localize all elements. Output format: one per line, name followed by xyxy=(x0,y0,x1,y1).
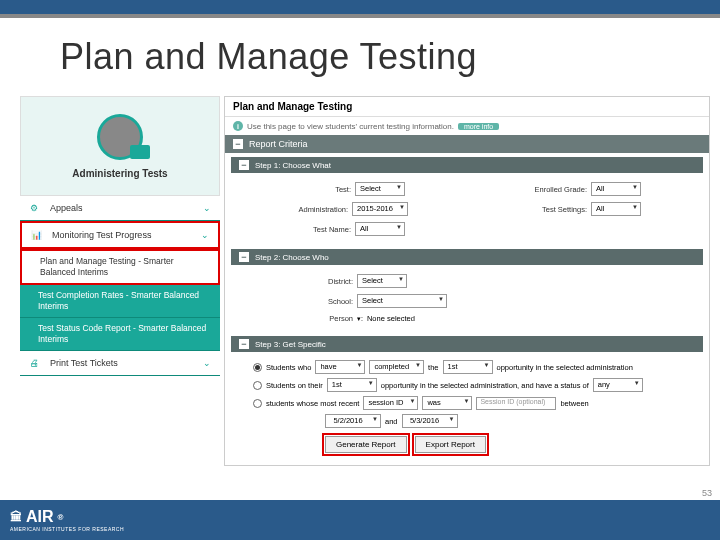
nav-label: Appeals xyxy=(50,203,83,213)
chevron-down-icon: ⌄ xyxy=(200,201,214,215)
collapse-icon: − xyxy=(239,160,249,170)
avatar-label: Administering Tests xyxy=(72,168,167,179)
step1-header[interactable]: − Step 1: Choose What xyxy=(231,157,703,173)
test-label: Test: xyxy=(293,185,351,194)
panel-title: Plan and Manage Testing xyxy=(225,97,709,117)
testname-label: Test Name: xyxy=(293,225,351,234)
radio-icon[interactable] xyxy=(253,399,262,408)
admin-select[interactable]: 2015-2016 xyxy=(352,202,408,216)
date-from-input[interactable]: 5/2/2016 xyxy=(325,414,381,428)
nav-monitoring[interactable]: 📊Monitoring Test Progress ⌄ xyxy=(20,221,220,249)
step2-header[interactable]: − Step 2: Choose Who xyxy=(231,249,703,265)
air-subtitle: AMERICAN INSTITUTES FOR RESEARCH xyxy=(10,526,124,532)
any-status-select[interactable]: any xyxy=(593,378,643,392)
step1-body: Test: Select Enrolled Grade: All Adminis… xyxy=(225,173,709,245)
grade-select[interactable]: All xyxy=(591,182,641,196)
info-text: Use this page to view students' current … xyxy=(247,122,454,131)
nav-label: Monitoring Test Progress xyxy=(52,230,151,240)
report-criteria-header[interactable]: − Report Criteria xyxy=(225,135,709,153)
school-select[interactable]: Select xyxy=(357,294,447,308)
grade-label: Enrolled Grade: xyxy=(529,185,587,194)
footer: 🏛 AIR® AMERICAN INSTITUTES FOR RESEARCH xyxy=(0,500,720,540)
generate-report-button[interactable]: Generate Report xyxy=(325,436,407,453)
school-label: School: xyxy=(295,297,353,306)
and-label: and xyxy=(385,417,398,426)
step-label: Step 1: Choose What xyxy=(255,161,331,170)
chevron-down-icon: ⌄ xyxy=(198,228,212,242)
collapse-icon: − xyxy=(239,252,249,262)
chart-icon: 📊 xyxy=(28,227,44,243)
collapse-icon: − xyxy=(233,139,243,149)
page-number: 53 xyxy=(702,488,712,498)
step3-body: Students who have completed the 1st oppo… xyxy=(225,352,709,465)
export-report-button[interactable]: Export Report xyxy=(415,436,486,453)
nav-label: Print Test Tickets xyxy=(50,358,118,368)
main-panel: Plan and Manage Testing i Use this page … xyxy=(224,96,710,466)
who-have-select[interactable]: have xyxy=(315,360,365,374)
step-label: Step 2: Choose Who xyxy=(255,253,329,262)
option-3[interactable]: students whose most recent session ID wa… xyxy=(235,394,699,412)
sidebar: Administering Tests ⚙Appeals ⌄ 📊Monitori… xyxy=(20,96,220,466)
button-row: Generate Report Export Report xyxy=(235,430,699,459)
avatar-icon xyxy=(97,114,143,160)
nav-sub-plan-manage[interactable]: Plan and Manage Testing - Smarter Balanc… xyxy=(20,249,220,285)
gear-icon: ⚙ xyxy=(26,200,42,216)
status-select[interactable]: completed xyxy=(369,360,424,374)
option-1[interactable]: Students who have completed the 1st oppo… xyxy=(235,358,699,376)
step-label: Step 3: Get Specific xyxy=(255,340,326,349)
criteria-label: Report Criteria xyxy=(249,139,308,149)
district-select[interactable]: Select xyxy=(357,274,407,288)
settings-select[interactable]: All xyxy=(591,202,641,216)
option-2[interactable]: Students on their 1st opportunity in the… xyxy=(235,376,699,394)
more-info-link[interactable]: more info xyxy=(458,123,499,130)
testname-select[interactable]: All xyxy=(355,222,405,236)
info-row: i Use this page to view students' curren… xyxy=(225,117,709,135)
admin-label: Administration: xyxy=(290,205,348,214)
nav-sub-completion[interactable]: Test Completion Rates - Smarter Balanced… xyxy=(20,285,220,318)
content-area: Administering Tests ⚙Appeals ⌄ 📊Monitori… xyxy=(0,96,720,466)
chevron-down-icon: ⌄ xyxy=(200,356,214,370)
date-to-input[interactable]: 5/3/2016 xyxy=(402,414,458,428)
air-logo: 🏛 AIR® xyxy=(10,508,124,526)
slide-title: Plan and Manage Testing xyxy=(0,18,720,96)
collapse-icon: − xyxy=(239,339,249,349)
nav-print-tickets[interactable]: 🖨Print Test Tickets ⌄ xyxy=(20,351,220,376)
nav-sub-status-code[interactable]: Test Status Code Report - Smarter Balanc… xyxy=(20,318,220,351)
person-value[interactable]: None selected xyxy=(367,314,415,323)
session-id-input[interactable]: Session ID (optional) xyxy=(476,397,556,410)
radio-icon[interactable] xyxy=(253,363,262,372)
nav-appeals[interactable]: ⚙Appeals ⌄ xyxy=(20,196,220,221)
opportunity-select[interactable]: 1st xyxy=(443,360,493,374)
radio-icon[interactable] xyxy=(253,381,262,390)
person-label: Person xyxy=(295,314,353,323)
session-id-label-select[interactable]: session ID xyxy=(363,396,418,410)
district-label: District: xyxy=(295,277,353,286)
settings-label: Test Settings: xyxy=(529,205,587,214)
top-bar xyxy=(0,0,720,18)
test-select[interactable]: Select xyxy=(355,182,405,196)
step3-header[interactable]: − Step 3: Get Specific xyxy=(231,336,703,352)
step2-body: District: Select School: Select Person▾:… xyxy=(225,265,709,332)
info-icon: i xyxy=(233,121,243,131)
avatar-section: Administering Tests xyxy=(20,96,220,196)
opp-num-select[interactable]: 1st xyxy=(327,378,377,392)
print-icon: 🖨 xyxy=(26,355,42,371)
was-select[interactable]: was xyxy=(422,396,472,410)
